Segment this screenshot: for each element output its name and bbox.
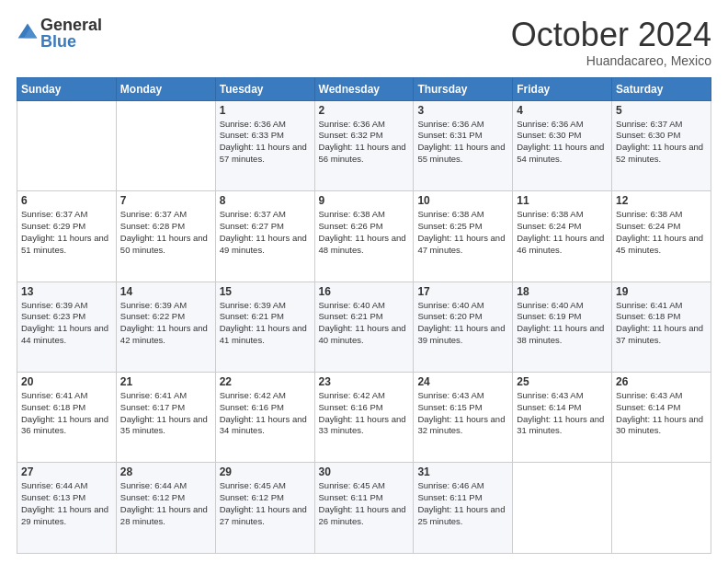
day-cell: 12 Sunrise: 6:38 AMSunset: 6:24 PMDaylig… bbox=[612, 191, 711, 282]
day-cell: 9 Sunrise: 6:38 AMSunset: 6:26 PMDayligh… bbox=[314, 191, 414, 282]
day-cell: 6 Sunrise: 6:37 AMSunset: 6:29 PMDayligh… bbox=[17, 191, 117, 282]
day-info: Sunrise: 6:37 AMSunset: 6:29 PMDaylight:… bbox=[21, 209, 112, 256]
day-cell bbox=[513, 463, 612, 554]
day-number: 13 bbox=[21, 285, 112, 298]
day-number: 23 bbox=[319, 375, 410, 388]
header-row: Sunday Monday Tuesday Wednesday Thursday… bbox=[17, 77, 711, 100]
day-info: Sunrise: 6:37 AMSunset: 6:28 PMDaylight:… bbox=[120, 209, 211, 256]
day-number: 24 bbox=[417, 375, 508, 388]
title-block: October 2024 Huandacareo, Mexico bbox=[511, 17, 711, 68]
day-cell: 16 Sunrise: 6:40 AMSunset: 6:21 PMDaylig… bbox=[314, 282, 414, 372]
day-number: 25 bbox=[517, 375, 608, 388]
day-number: 20 bbox=[21, 375, 112, 388]
day-number: 3 bbox=[417, 104, 508, 117]
day-info: Sunrise: 6:39 AMSunset: 6:23 PMDaylight:… bbox=[21, 300, 112, 347]
week-row-1: 1 Sunrise: 6:36 AMSunset: 6:33 PMDayligh… bbox=[17, 100, 711, 190]
col-monday: Monday bbox=[116, 77, 215, 100]
day-number: 5 bbox=[616, 104, 707, 117]
day-info: Sunrise: 6:45 AMSunset: 6:11 PMDaylight:… bbox=[319, 480, 410, 527]
day-number: 28 bbox=[120, 465, 211, 478]
day-number: 9 bbox=[319, 194, 410, 207]
day-info: Sunrise: 6:39 AMSunset: 6:21 PMDaylight:… bbox=[220, 300, 311, 347]
day-cell bbox=[17, 100, 117, 190]
day-number: 6 bbox=[21, 194, 112, 207]
day-cell: 29 Sunrise: 6:45 AMSunset: 6:12 PMDaylig… bbox=[215, 463, 314, 554]
day-cell: 19 Sunrise: 6:41 AMSunset: 6:18 PMDaylig… bbox=[612, 282, 711, 372]
day-number: 21 bbox=[120, 375, 211, 388]
day-info: Sunrise: 6:37 AMSunset: 6:27 PMDaylight:… bbox=[220, 209, 311, 256]
day-cell: 2 Sunrise: 6:36 AMSunset: 6:32 PMDayligh… bbox=[314, 100, 414, 190]
day-info: Sunrise: 6:36 AMSunset: 6:30 PMDaylight:… bbox=[517, 119, 608, 166]
day-number: 12 bbox=[616, 194, 707, 207]
day-info: Sunrise: 6:38 AMSunset: 6:24 PMDaylight:… bbox=[517, 209, 608, 256]
day-info: Sunrise: 6:38 AMSunset: 6:24 PMDaylight:… bbox=[616, 209, 707, 256]
day-cell: 31 Sunrise: 6:46 AMSunset: 6:11 PMDaylig… bbox=[414, 463, 513, 554]
day-number: 26 bbox=[616, 375, 707, 388]
col-saturday: Saturday bbox=[612, 77, 711, 100]
day-cell: 4 Sunrise: 6:36 AMSunset: 6:30 PMDayligh… bbox=[513, 100, 612, 190]
day-number: 2 bbox=[319, 104, 410, 117]
day-cell: 15 Sunrise: 6:39 AMSunset: 6:21 PMDaylig… bbox=[215, 282, 314, 372]
day-number: 10 bbox=[417, 194, 508, 207]
day-cell: 5 Sunrise: 6:37 AMSunset: 6:30 PMDayligh… bbox=[612, 100, 711, 190]
logo-text: General Blue bbox=[40, 17, 102, 50]
day-number: 15 bbox=[220, 285, 311, 298]
day-info: Sunrise: 6:39 AMSunset: 6:22 PMDaylight:… bbox=[120, 300, 211, 347]
day-info: Sunrise: 6:40 AMSunset: 6:21 PMDaylight:… bbox=[319, 300, 410, 347]
day-info: Sunrise: 6:43 AMSunset: 6:14 PMDaylight:… bbox=[517, 390, 608, 437]
day-number: 7 bbox=[120, 194, 211, 207]
day-number: 30 bbox=[319, 465, 410, 478]
day-info: Sunrise: 6:38 AMSunset: 6:25 PMDaylight:… bbox=[417, 209, 508, 256]
logo: General Blue bbox=[17, 17, 102, 50]
day-info: Sunrise: 6:43 AMSunset: 6:14 PMDaylight:… bbox=[616, 390, 707, 437]
day-info: Sunrise: 6:42 AMSunset: 6:16 PMDaylight:… bbox=[319, 390, 410, 437]
col-wednesday: Wednesday bbox=[314, 77, 414, 100]
day-cell: 11 Sunrise: 6:38 AMSunset: 6:24 PMDaylig… bbox=[513, 191, 612, 282]
day-number: 8 bbox=[220, 194, 311, 207]
day-number: 31 bbox=[417, 465, 508, 478]
day-cell: 13 Sunrise: 6:39 AMSunset: 6:23 PMDaylig… bbox=[17, 282, 117, 372]
day-info: Sunrise: 6:40 AMSunset: 6:20 PMDaylight:… bbox=[417, 300, 508, 347]
header: General Blue October 2024 Huandacareo, M… bbox=[17, 17, 711, 68]
day-number: 11 bbox=[517, 194, 608, 207]
logo-general: General bbox=[40, 17, 102, 33]
day-info: Sunrise: 6:46 AMSunset: 6:11 PMDaylight:… bbox=[417, 480, 508, 527]
week-row-4: 20 Sunrise: 6:41 AMSunset: 6:18 PMDaylig… bbox=[17, 373, 711, 463]
day-info: Sunrise: 6:36 AMSunset: 6:33 PMDaylight:… bbox=[220, 119, 311, 166]
col-sunday: Sunday bbox=[17, 77, 117, 100]
month-title: October 2024 bbox=[511, 17, 711, 53]
day-cell: 3 Sunrise: 6:36 AMSunset: 6:31 PMDayligh… bbox=[414, 100, 513, 190]
day-number: 16 bbox=[319, 285, 410, 298]
day-info: Sunrise: 6:41 AMSunset: 6:17 PMDaylight:… bbox=[120, 390, 211, 437]
day-info: Sunrise: 6:41 AMSunset: 6:18 PMDaylight:… bbox=[616, 300, 707, 347]
day-info: Sunrise: 6:41 AMSunset: 6:18 PMDaylight:… bbox=[21, 390, 112, 437]
day-cell: 21 Sunrise: 6:41 AMSunset: 6:17 PMDaylig… bbox=[116, 373, 215, 463]
day-number: 17 bbox=[417, 285, 508, 298]
week-row-5: 27 Sunrise: 6:44 AMSunset: 6:13 PMDaylig… bbox=[17, 463, 711, 554]
day-info: Sunrise: 6:36 AMSunset: 6:31 PMDaylight:… bbox=[417, 119, 508, 166]
day-number: 27 bbox=[21, 465, 112, 478]
col-tuesday: Tuesday bbox=[215, 77, 314, 100]
location-title: Huandacareo, Mexico bbox=[511, 53, 711, 68]
day-cell: 14 Sunrise: 6:39 AMSunset: 6:22 PMDaylig… bbox=[116, 282, 215, 372]
day-cell: 30 Sunrise: 6:45 AMSunset: 6:11 PMDaylig… bbox=[314, 463, 414, 554]
day-info: Sunrise: 6:37 AMSunset: 6:30 PMDaylight:… bbox=[616, 119, 707, 166]
day-number: 1 bbox=[220, 104, 311, 117]
day-info: Sunrise: 6:43 AMSunset: 6:15 PMDaylight:… bbox=[417, 390, 508, 437]
day-info: Sunrise: 6:44 AMSunset: 6:12 PMDaylight:… bbox=[120, 480, 211, 527]
week-row-2: 6 Sunrise: 6:37 AMSunset: 6:29 PMDayligh… bbox=[17, 191, 711, 282]
day-cell: 7 Sunrise: 6:37 AMSunset: 6:28 PMDayligh… bbox=[116, 191, 215, 282]
logo-blue: Blue bbox=[40, 33, 102, 50]
col-thursday: Thursday bbox=[414, 77, 513, 100]
day-cell: 23 Sunrise: 6:42 AMSunset: 6:16 PMDaylig… bbox=[314, 373, 414, 463]
day-number: 29 bbox=[220, 465, 311, 478]
week-row-3: 13 Sunrise: 6:39 AMSunset: 6:23 PMDaylig… bbox=[17, 282, 711, 372]
day-info: Sunrise: 6:40 AMSunset: 6:19 PMDaylight:… bbox=[517, 300, 608, 347]
day-cell: 20 Sunrise: 6:41 AMSunset: 6:18 PMDaylig… bbox=[17, 373, 117, 463]
day-cell: 27 Sunrise: 6:44 AMSunset: 6:13 PMDaylig… bbox=[17, 463, 117, 554]
day-cell: 26 Sunrise: 6:43 AMSunset: 6:14 PMDaylig… bbox=[612, 373, 711, 463]
day-cell: 17 Sunrise: 6:40 AMSunset: 6:20 PMDaylig… bbox=[414, 282, 513, 372]
day-number: 22 bbox=[220, 375, 311, 388]
calendar-table: Sunday Monday Tuesday Wednesday Thursday… bbox=[17, 77, 711, 554]
day-number: 14 bbox=[120, 285, 211, 298]
